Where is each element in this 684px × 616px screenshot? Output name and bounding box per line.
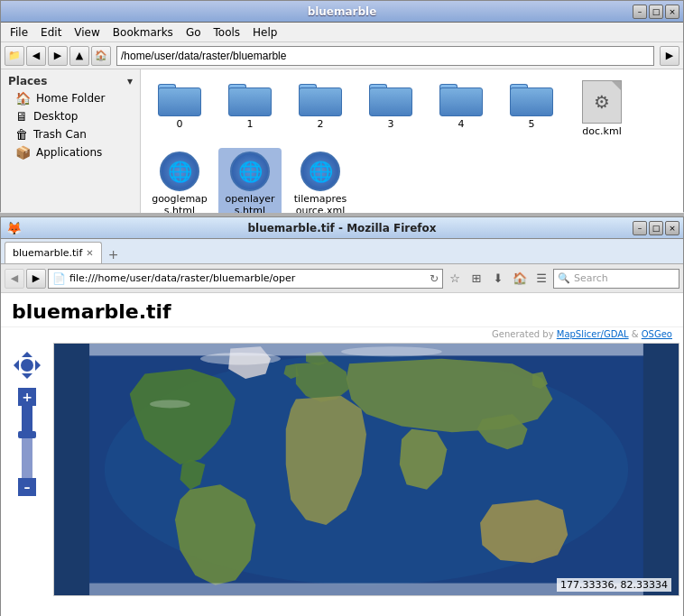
search-input-label: Search bbox=[574, 272, 675, 284]
zoom-handle[interactable] bbox=[18, 431, 36, 438]
ff-content: bluemarble.tif Generated by MapSlicer/GD… bbox=[1, 293, 683, 616]
list-item[interactable]: 🌐 tilemapresource.xml bbox=[289, 148, 352, 213]
ff-map-container: + – bbox=[1, 339, 683, 600]
home-nav-button[interactable]: 🏠 bbox=[510, 269, 530, 289]
list-item[interactable]: 2 bbox=[289, 77, 352, 141]
home-button[interactable]: ⊞ bbox=[467, 269, 486, 289]
doc-kml-icon: ⚙ bbox=[582, 80, 622, 124]
fm-up-button[interactable]: ▲ bbox=[69, 46, 89, 66]
folder-icon bbox=[228, 80, 272, 116]
coordinates-display: 177.33336, 82.33334 bbox=[557, 578, 671, 592]
fm-menu-tools[interactable]: Tools bbox=[208, 24, 246, 41]
svg-point-5 bbox=[341, 346, 442, 356]
fm-menubar: File Edit View Bookmarks Go Tools Help bbox=[1, 23, 683, 42]
new-tab-button[interactable]: + bbox=[104, 245, 124, 263]
tilemapresource-icon: 🌐 bbox=[300, 152, 340, 191]
fm-home-button[interactable]: 🏠 bbox=[91, 46, 111, 66]
zoom-out-button[interactable]: – bbox=[18, 478, 36, 496]
list-item[interactable]: ⚙ doc.kml bbox=[570, 77, 633, 141]
fm-location-go-button[interactable]: ▶ bbox=[660, 46, 679, 66]
fm-menu-file[interactable]: File bbox=[5, 24, 33, 41]
osgeo-link[interactable]: OSGeo bbox=[642, 329, 672, 339]
list-item[interactable]: 3 bbox=[359, 77, 422, 141]
list-item[interactable]: 5 bbox=[500, 77, 563, 141]
list-item[interactable]: 🌐 googlemaps.html bbox=[148, 148, 211, 213]
fm-content: 0 1 2 3 bbox=[141, 69, 683, 213]
download-button[interactable]: ⬇ bbox=[488, 269, 508, 289]
ff-tabbar: bluemarble.tif ✕ + bbox=[1, 239, 683, 264]
zoom-in-button[interactable]: + bbox=[18, 388, 36, 406]
fm-new-folder-button[interactable]: 📁 bbox=[5, 46, 24, 66]
file-label: 2 bbox=[318, 118, 324, 130]
url-bar[interactable]: 📄 file:///home/user/data/raster/bluemarb… bbox=[48, 269, 443, 289]
list-item[interactable]: 1 bbox=[218, 77, 282, 141]
list-item[interactable]: 4 bbox=[430, 77, 493, 141]
fm-menu-view[interactable]: View bbox=[69, 24, 105, 41]
fm-toolbar: 📁 ◀ ▶ ▲ 🏠 ▶ bbox=[1, 42, 683, 69]
pan-right-arrow bbox=[35, 360, 46, 371]
fm-sidebar-header: Places ▾ bbox=[1, 73, 140, 89]
folder-icon bbox=[510, 80, 553, 116]
back-button[interactable]: ◀ bbox=[5, 269, 24, 289]
list-item[interactable]: 🌐 openlayers.html bbox=[218, 148, 282, 213]
file-label: googlemaps.html bbox=[152, 193, 208, 213]
mapslicer-link[interactable]: MapSlicer/GDAL bbox=[557, 329, 629, 339]
bookmark-star-button[interactable]: ☆ bbox=[445, 269, 465, 289]
fm-back-button[interactable]: ◀ bbox=[26, 46, 46, 66]
fm-minimize-button[interactable]: – bbox=[633, 5, 647, 19]
svg-point-4 bbox=[200, 353, 281, 364]
url-text: file:///home/user/data/raster/bluemarble… bbox=[69, 272, 426, 284]
ff-close-button[interactable]: × bbox=[665, 221, 679, 235]
pan-center bbox=[21, 359, 33, 372]
svg-point-6 bbox=[150, 400, 190, 408]
sidebar-item-applications[interactable]: 📦 Applications bbox=[1, 143, 140, 161]
tab-label: bluemarble.tif bbox=[13, 247, 82, 259]
folder-icon bbox=[439, 80, 483, 116]
file-label: 4 bbox=[458, 118, 465, 130]
folder-icon bbox=[369, 80, 412, 116]
gear-icon: ⚙ bbox=[594, 91, 610, 113]
fm-menu-bookmarks[interactable]: Bookmarks bbox=[107, 24, 179, 41]
pan-up-arrow bbox=[22, 346, 32, 357]
fm-window-controls: – □ × bbox=[633, 5, 679, 19]
fm-maximize-button[interactable]: □ bbox=[649, 5, 663, 19]
trash-icon: 🗑 bbox=[15, 127, 28, 142]
fm-forward-button[interactable]: ▶ bbox=[48, 46, 68, 66]
file-manager-window: bluemarble – □ × File Edit View Bookmark… bbox=[0, 0, 684, 212]
pan-down-arrow bbox=[22, 373, 32, 384]
list-item[interactable]: 0 bbox=[148, 77, 211, 141]
menu-button[interactable]: ☰ bbox=[531, 269, 551, 289]
forward-button[interactable]: ▶ bbox=[26, 269, 46, 289]
ff-titlebar: 🦊 bluemarble.tif - Mozilla Firefox – □ × bbox=[1, 217, 683, 239]
ff-minimize-button[interactable]: – bbox=[633, 221, 647, 235]
sidebar-item-desktop[interactable]: 🖥 Desktop bbox=[1, 107, 140, 125]
firefox-icon: 🦊 bbox=[6, 221, 22, 235]
fm-menu-help[interactable]: Help bbox=[247, 24, 282, 41]
fm-menu-edit[interactable]: Edit bbox=[35, 24, 67, 41]
sidebar-item-trash[interactable]: 🗑 Trash Can bbox=[1, 125, 140, 143]
search-icon: 🔍 bbox=[558, 272, 570, 284]
ff-search-bar[interactable]: 🔍 Search bbox=[553, 269, 679, 289]
browser-tab-bluemarble[interactable]: bluemarble.tif ✕ bbox=[5, 242, 102, 263]
ff-maximize-button[interactable]: □ bbox=[649, 221, 663, 235]
fm-menu-go[interactable]: Go bbox=[180, 24, 207, 41]
zoom-slider[interactable] bbox=[22, 406, 32, 478]
pan-control[interactable] bbox=[8, 346, 46, 384]
file-label: 0 bbox=[177, 118, 183, 130]
ff-nav-icons: ☆ ⊞ ⬇ 🏠 ☰ bbox=[445, 269, 551, 289]
ff-title: bluemarble.tif - Mozilla Firefox bbox=[247, 222, 436, 234]
folder-icon bbox=[158, 80, 201, 116]
file-label: 5 bbox=[529, 118, 535, 130]
fm-close-button[interactable]: × bbox=[665, 5, 679, 19]
fm-location-bar[interactable] bbox=[116, 46, 654, 66]
sidebar-item-home[interactable]: 🏠 Home Folder bbox=[1, 89, 140, 107]
reload-icon[interactable]: ↻ bbox=[430, 272, 439, 285]
folder-icon bbox=[299, 80, 342, 116]
ff-page-header: bluemarble.tif bbox=[1, 293, 683, 327]
world-map-svg bbox=[54, 344, 679, 595]
fm-body: Places ▾ 🏠 Home Folder 🖥 Desktop 🗑 Trash… bbox=[1, 69, 683, 213]
tab-close-button[interactable]: ✕ bbox=[86, 248, 93, 258]
ff-map-image[interactable]: 177.33336, 82.33334 bbox=[53, 343, 679, 596]
zoom-control: + – bbox=[18, 388, 36, 496]
fm-sidebar: Places ▾ 🏠 Home Folder 🖥 Desktop 🗑 Trash… bbox=[1, 69, 141, 213]
